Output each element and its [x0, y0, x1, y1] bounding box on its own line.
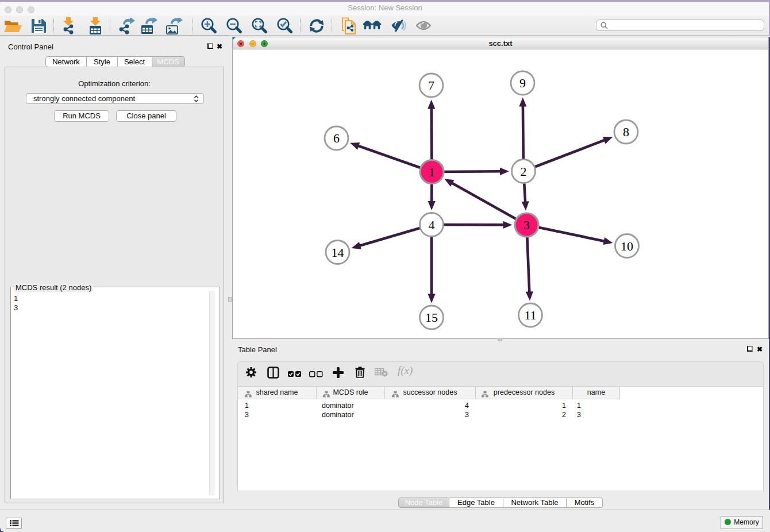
svg-text:1: 1 — [429, 165, 435, 179]
svg-text:8: 8 — [623, 125, 629, 139]
svg-text:14: 14 — [332, 245, 344, 260]
svg-text:11: 11 — [524, 308, 536, 322]
svg-text:9: 9 — [519, 76, 526, 90]
svg-text:6: 6 — [333, 131, 340, 145]
svg-text:3: 3 — [523, 218, 530, 232]
svg-text:15: 15 — [425, 310, 438, 325]
svg-text:7: 7 — [428, 78, 434, 92]
svg-text:10: 10 — [621, 239, 633, 253]
svg-text:2: 2 — [521, 164, 527, 179]
svg-text:4: 4 — [429, 218, 435, 232]
